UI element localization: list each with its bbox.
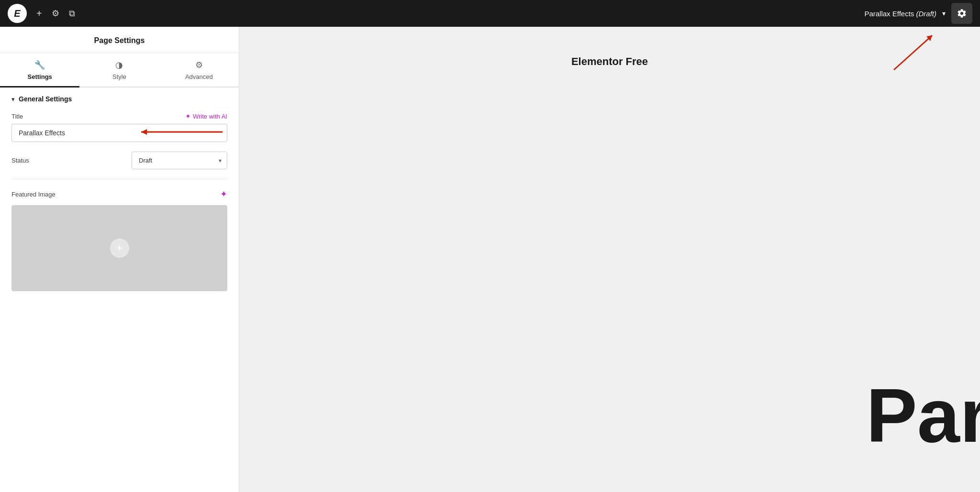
main-layout: Page Settings 🔧 Settings ◑ Style ⚙ Advan… (0, 27, 980, 492)
add-image-icon: + (110, 239, 129, 258)
write-with-ai-button[interactable]: ✦ Write with AI (185, 112, 227, 120)
section-divider (11, 179, 227, 179)
canvas-large-text: Par (866, 377, 980, 454)
advanced-icon: ⚙ (195, 60, 203, 70)
topbar-right: Parallax Effects (Draft) ▾ (864, 3, 972, 24)
tab-advanced-label: Advanced (185, 73, 213, 80)
tab-style-label: Style (112, 73, 126, 80)
featured-ai-sparkle-icon[interactable]: ✦ (220, 189, 227, 199)
topbar: E + ⚙ ⧉ Parallax Effects (Draft) ▾ (0, 0, 980, 27)
title-input-wrapper (11, 124, 227, 142)
topbar-left: E + ⚙ ⧉ (8, 4, 75, 23)
page-title-topbar: Parallax Effects (Draft) (864, 10, 936, 18)
title-input[interactable] (11, 124, 227, 142)
elementor-logo[interactable]: E (8, 4, 27, 23)
filter-icon[interactable]: ⚙ (52, 8, 59, 19)
style-icon: ◑ (115, 60, 123, 70)
canvas: Elementor Free Par (239, 27, 980, 492)
sidebar-title: Page Settings (11, 36, 227, 45)
tab-style[interactable]: ◑ Style (79, 53, 159, 87)
tab-advanced[interactable]: ⚙ Advanced (159, 53, 239, 87)
featured-image-placeholder[interactable]: + (11, 205, 227, 291)
arrow-to-gear (865, 27, 951, 77)
gear-button[interactable] (951, 3, 972, 24)
svg-marker-3 (926, 35, 932, 41)
sidebar-header: Page Settings (0, 27, 239, 53)
status-select-wrapper: Draft Published Private ▾ (132, 152, 227, 169)
gear-icon (957, 8, 967, 19)
sparkle-icon: ✦ (185, 112, 191, 120)
red-arrow-gear-svg (865, 27, 951, 75)
add-icon[interactable]: + (36, 8, 42, 19)
general-settings-header: ▾ General Settings (11, 95, 227, 103)
general-settings-title: General Settings (19, 95, 72, 103)
tabs-container: 🔧 Settings ◑ Style ⚙ Advanced (0, 53, 239, 87)
layers-icon[interactable]: ⧉ (69, 9, 75, 19)
title-field-row: Title ✦ Write with AI (11, 112, 227, 120)
section-collapse-arrow[interactable]: ▾ (11, 96, 15, 103)
status-field-row: Status Draft Published Private ▾ (11, 152, 227, 169)
topbar-dropdown-chevron[interactable]: ▾ (942, 10, 946, 17)
svg-line-2 (894, 35, 932, 70)
tab-settings-label: Settings (28, 73, 52, 80)
wrench-icon: 🔧 (34, 60, 45, 70)
sidebar: Page Settings 🔧 Settings ◑ Style ⚙ Advan… (0, 27, 239, 492)
featured-image-row: Featured Image ✦ (11, 189, 227, 199)
write-ai-label: Write with AI (193, 113, 227, 120)
title-label: Title (11, 113, 23, 120)
featured-image-label: Featured Image (11, 191, 56, 198)
tab-settings[interactable]: 🔧 Settings (0, 53, 79, 87)
status-label: Status (11, 157, 29, 164)
canvas-heading: Elementor Free (571, 55, 648, 68)
status-select[interactable]: Draft Published Private (132, 152, 227, 169)
sidebar-content: ▾ General Settings Title ✦ Write with AI (0, 87, 239, 492)
